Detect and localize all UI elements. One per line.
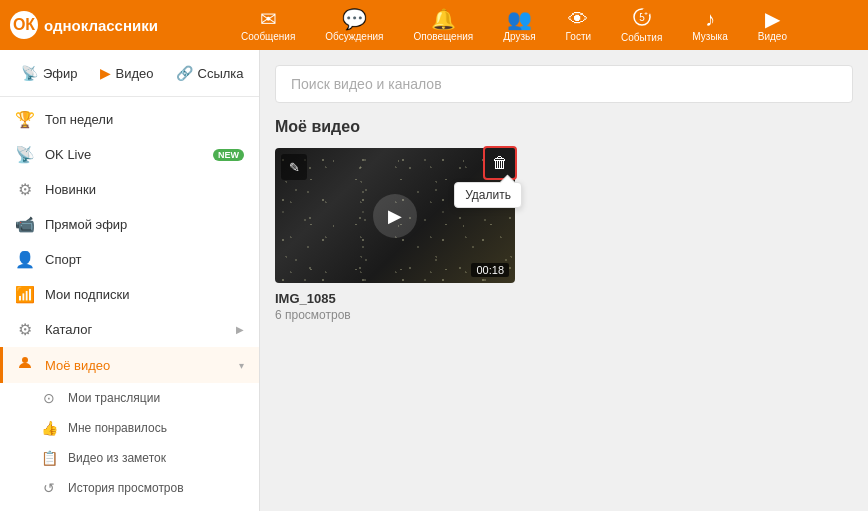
nav-messages[interactable]: ✉ Сообщения — [241, 9, 295, 42]
sidebar-item-new[interactable]: ⚙ Новинки — [0, 172, 259, 207]
nav-discussions[interactable]: 💬 Обсуждения — [325, 9, 383, 42]
top-week-label: Топ недели — [45, 112, 244, 127]
sidebar-item-catalog[interactable]: ⚙ Каталог ▶ — [0, 312, 259, 347]
search-placeholder: Поиск видео и каналов — [291, 76, 442, 92]
from-notes-label: Видео из заметок — [68, 451, 166, 465]
air-icon: 📡 — [21, 65, 38, 81]
brand-name: одноклассники — [44, 17, 158, 34]
my-video-icon — [15, 355, 35, 375]
history-icon: ↺ — [40, 480, 58, 496]
my-streams-label: Мои трансляции — [68, 391, 160, 405]
nav-guests[interactable]: 👁 Гости — [566, 9, 591, 42]
notifications-icon: 🔔 — [431, 9, 456, 29]
nav-music[interactable]: ♪ Музыка — [692, 9, 727, 42]
delete-button[interactable]: 🗑 — [483, 146, 517, 180]
section-title: Моё видео — [275, 118, 853, 136]
filter-tab-link-label: Ссылка — [198, 66, 244, 81]
live-stream-label: Прямой эфир — [45, 217, 244, 232]
video-title: IMG_1085 — [275, 291, 515, 306]
history-label: История просмотров — [68, 481, 184, 495]
ok-live-label: OK Live — [45, 147, 203, 162]
sidebar-item-sport[interactable]: 👤 Спорт — [0, 242, 259, 277]
friends-label: Друзья — [503, 31, 535, 42]
sidebar-subitem-deferred[interactable]: ⊙ Отложенное видео — [0, 503, 259, 511]
content-area: Поиск видео и каналов Моё видео ▶ 00:18 … — [260, 50, 868, 511]
my-video-arrow: ▾ — [239, 360, 244, 371]
video-filter-icon: ▶ — [100, 65, 111, 81]
friends-icon: 👥 — [507, 9, 532, 29]
video-nav-label: Видео — [758, 31, 787, 42]
sidebar-item-top-week[interactable]: 🏆 Топ недели — [0, 102, 259, 137]
sidebar: 📡 Эфир ▶ Видео 🔗 Ссылка 🏆 Топ недели 📡 O… — [0, 50, 260, 511]
edit-button[interactable]: ✎ — [281, 154, 307, 180]
from-notes-icon: 📋 — [40, 450, 58, 466]
sidebar-item-live-stream[interactable]: 📹 Прямой эфир — [0, 207, 259, 242]
ok-live-badge: new — [213, 149, 244, 161]
sidebar-subitem-my-streams[interactable]: ⊙ Мои трансляции — [0, 383, 259, 413]
nav-friends[interactable]: 👥 Друзья — [503, 9, 535, 42]
filter-tab-air-label: Эфир — [43, 66, 78, 81]
sidebar-subitem-history[interactable]: ↺ История просмотров — [0, 473, 259, 503]
delete-btn-area: 🗑 Удалить — [483, 146, 517, 180]
top-nav-items: ✉ Сообщения 💬 Обсуждения 🔔 Оповещения 👥 … — [170, 7, 858, 43]
new-icon: ⚙ — [15, 180, 35, 199]
filter-tab-video-label: Видео — [116, 66, 154, 81]
sidebar-item-ok-live[interactable]: 📡 OK Live new — [0, 137, 259, 172]
events-icon: 5 + — [632, 7, 652, 30]
video-thumbnail[interactable]: ▶ 00:18 ✎ 🗑 Удалить — [275, 148, 515, 283]
catalog-icon: ⚙ — [15, 320, 35, 339]
video-card: ▶ 00:18 ✎ 🗑 Удалить IMG_1085 6 просмотро… — [275, 148, 515, 322]
my-video-label: Моё видео — [45, 358, 229, 373]
ok-live-icon: 📡 — [15, 145, 35, 164]
guests-icon: 👁 — [568, 9, 588, 29]
delete-tooltip: Удалить — [454, 182, 522, 208]
catalog-arrow: ▶ — [236, 324, 244, 335]
discussions-label: Обсуждения — [325, 31, 383, 42]
liked-icon: 👍 — [40, 420, 58, 436]
play-button[interactable]: ▶ — [373, 194, 417, 238]
link-icon: 🔗 — [176, 65, 193, 81]
filter-tabs: 📡 Эфир ▶ Видео 🔗 Ссылка — [0, 50, 259, 97]
catalog-label: Каталог — [45, 322, 226, 337]
svg-point-4 — [22, 357, 28, 363]
guests-label: Гости — [566, 31, 591, 42]
events-label: События — [621, 32, 662, 43]
sidebar-item-my-video[interactable]: Моё видео ▾ — [0, 347, 259, 383]
sport-label: Спорт — [45, 252, 244, 267]
subscriptions-label: Мои подписки — [45, 287, 244, 302]
svg-text:+: + — [644, 10, 648, 16]
sidebar-subitem-liked[interactable]: 👍 Мне понравилось — [0, 413, 259, 443]
nav-events[interactable]: 5 + События — [621, 7, 662, 43]
main-layout: 📡 Эфир ▶ Видео 🔗 Ссылка 🏆 Топ недели 📡 O… — [0, 50, 868, 511]
music-label: Музыка — [692, 31, 727, 42]
top-week-icon: 🏆 — [15, 110, 35, 129]
sidebar-subitem-from-notes[interactable]: 📋 Видео из заметок — [0, 443, 259, 473]
top-navigation: ОК одноклассники ✉ Сообщения 💬 Обсуждени… — [0, 0, 868, 50]
video-info: IMG_1085 6 просмотров — [275, 291, 515, 322]
filter-tab-air[interactable]: 📡 Эфир — [15, 62, 84, 84]
subscriptions-icon: 📶 — [15, 285, 35, 304]
sport-icon: 👤 — [15, 250, 35, 269]
filter-tab-link[interactable]: 🔗 Ссылка — [170, 62, 250, 84]
messages-label: Сообщения — [241, 31, 295, 42]
brand-logo[interactable]: ОК одноклассники — [10, 11, 170, 39]
video-duration: 00:18 — [471, 263, 509, 277]
video-nav-icon: ▶ — [765, 9, 780, 29]
new-label: Новинки — [45, 182, 244, 197]
sidebar-menu: 🏆 Топ недели 📡 OK Live new ⚙ Новинки 📹 П… — [0, 97, 259, 511]
nav-video[interactable]: ▶ Видео — [758, 9, 787, 42]
filter-tab-video[interactable]: ▶ Видео — [94, 62, 160, 84]
search-bar[interactable]: Поиск видео и каналов — [275, 65, 853, 103]
my-streams-icon: ⊙ — [40, 390, 58, 406]
liked-label: Мне понравилось — [68, 421, 167, 435]
discussions-icon: 💬 — [342, 9, 367, 29]
video-views: 6 просмотров — [275, 308, 515, 322]
nav-notifications[interactable]: 🔔 Оповещения — [413, 9, 473, 42]
live-stream-icon: 📹 — [15, 215, 35, 234]
logo-icon: ОК — [10, 11, 38, 39]
messages-icon: ✉ — [260, 9, 277, 29]
notifications-label: Оповещения — [413, 31, 473, 42]
music-icon: ♪ — [705, 9, 715, 29]
sidebar-item-subscriptions[interactable]: 📶 Мои подписки — [0, 277, 259, 312]
